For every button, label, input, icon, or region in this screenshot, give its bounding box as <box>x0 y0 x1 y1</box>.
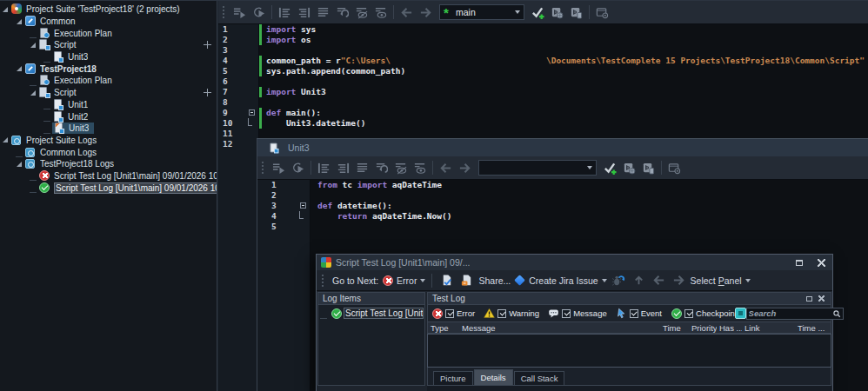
column-message[interactable]: Message <box>459 323 660 333</box>
code-line[interactable]: import Unit3 <box>259 87 868 97</box>
comment-lines-button[interactable] <box>372 159 391 176</box>
show-region-button[interactable] <box>371 3 390 21</box>
go-to-next-error-button[interactable]: Error <box>397 275 417 286</box>
mobile-browser-button[interactable] <box>639 159 658 176</box>
code-line[interactable] <box>259 97 868 108</box>
code-line[interactable]: return aqDateTime.Now() <box>310 211 868 222</box>
code-line[interactable] <box>259 45 868 56</box>
navigate-back-button[interactable] <box>397 3 416 21</box>
fold-collapse-icon[interactable] <box>249 109 255 116</box>
column-priority[interactable]: Priority <box>689 323 717 333</box>
go-up-button[interactable] <box>631 272 647 289</box>
expander-icon[interactable] <box>16 17 24 26</box>
close-button[interactable] <box>813 256 829 268</box>
add-check-button[interactable] <box>601 159 619 176</box>
search-input[interactable] <box>749 308 832 318</box>
checkpoint-checkbox[interactable] <box>684 309 693 318</box>
toolbar-grip[interactable] <box>223 6 226 18</box>
filter-event[interactable]: Event <box>616 308 662 319</box>
format-code-button[interactable] <box>353 159 371 176</box>
web-browser-button[interactable] <box>620 159 638 176</box>
indent-button[interactable] <box>334 159 352 176</box>
tree-item-execution-plan-2[interactable]: Execution Plan <box>0 75 217 87</box>
expander-icon[interactable] <box>30 89 38 97</box>
tree-item-testproject18[interactable]: TestProject18 <box>0 63 217 75</box>
code-line[interactable] <box>259 76 868 87</box>
tree-item-project-suite[interactable]: Project Suite 'TestProject18' (2 project… <box>0 3 217 16</box>
column-has[interactable]: Has ... <box>717 323 742 333</box>
tab-details[interactable]: Details <box>474 369 513 385</box>
expander-icon[interactable] <box>16 64 24 73</box>
chevron-down-icon[interactable] <box>602 279 607 282</box>
tree-item-unit3-selected[interactable]: Unit3 <box>0 123 217 135</box>
run-target-dropdown-empty[interactable] <box>478 160 597 176</box>
tree-item-unit2[interactable]: Unit2 <box>0 110 217 123</box>
code-line[interactable]: def main(): <box>259 108 868 118</box>
navigate-forward-button[interactable] <box>417 3 435 21</box>
run-current-routine-button[interactable] <box>250 3 268 21</box>
tree-item-unit3-common[interactable]: Unit3 <box>0 51 217 63</box>
column-link[interactable]: Link <box>742 323 795 333</box>
run-current-routine-button[interactable] <box>289 159 307 176</box>
share-results-button[interactable] <box>458 272 475 289</box>
toolbar-grip[interactable] <box>262 162 265 174</box>
tab-call-stack[interactable]: Call Stack <box>514 371 565 385</box>
filter-warning[interactable]: Warning <box>484 308 539 319</box>
code-line[interactable]: import os <box>259 35 868 45</box>
tree-item-script-2[interactable]: Script <box>0 87 217 99</box>
code-line[interactable]: from tc import aqDateTime <box>310 180 868 190</box>
unit3-title-bar[interactable]: Unit3 <box>257 139 868 156</box>
code-line[interactable]: sys.path.append(common_path) <box>259 66 868 76</box>
code-line[interactable]: import sys <box>259 24 868 35</box>
indent-button[interactable] <box>295 3 313 21</box>
code-line[interactable]: def datetime(): <box>310 201 868 211</box>
log-item-row[interactable]: Script Test Log [Unit1\main] <box>320 308 424 319</box>
tree-item-unit1[interactable]: Unit1 <box>0 99 217 111</box>
log-table-body[interactable] <box>427 334 831 368</box>
navigate-forward-button[interactable] <box>671 272 687 289</box>
editor-options-button[interactable] <box>665 159 684 176</box>
format-code-button[interactable] <box>314 3 332 21</box>
run-target-dropdown[interactable]: main <box>439 4 524 20</box>
tree-item-testproject18-logs[interactable]: TestProject18 Logs <box>0 158 217 170</box>
panel-close-button[interactable] <box>816 293 826 305</box>
tab-picture[interactable]: Picture <box>433 371 473 385</box>
message-checkbox[interactable] <box>562 309 571 318</box>
expander-icon[interactable] <box>30 41 38 50</box>
navigate-forward-button[interactable] <box>456 159 474 176</box>
export-results-button[interactable] <box>438 272 455 289</box>
tree-item-project-suite-logs[interactable]: Project Suite Logs <box>0 135 217 147</box>
expander-icon[interactable] <box>16 160 24 169</box>
code-line[interactable]: common_path = r"C:\Users\\Documents\Test… <box>259 56 868 66</box>
column-type[interactable]: Type <box>428 323 459 333</box>
code-line[interactable] <box>310 190 868 201</box>
chevron-down-icon[interactable] <box>420 279 425 282</box>
navigate-back-button[interactable] <box>651 272 667 289</box>
toolbar-grip[interactable] <box>322 275 325 287</box>
hide-region-button[interactable] <box>391 159 410 176</box>
filter-checkpoint[interactable]: Checkpoint <box>671 308 738 319</box>
show-region-button[interactable] <box>411 159 429 176</box>
error-checkbox[interactable] <box>445 309 454 318</box>
event-checkbox[interactable] <box>630 309 638 318</box>
tree-item-test-log-passed-selected[interactable]: Script Test Log [Unit1\main] 09/01/2026 … <box>0 182 217 194</box>
outdent-button[interactable] <box>276 3 294 21</box>
filter-message[interactable]: Message <box>548 308 607 319</box>
expander-icon[interactable] <box>2 5 10 14</box>
expander-icon[interactable] <box>2 136 10 144</box>
outdent-button[interactable] <box>315 159 333 176</box>
warning-checkbox[interactable] <box>497 309 506 318</box>
run-routine-button[interactable] <box>270 159 288 176</box>
chevron-down-icon[interactable] <box>745 279 751 282</box>
mobile-browser-button[interactable] <box>567 3 585 21</box>
tree-item-execution-plan[interactable]: Execution Plan <box>0 27 217 39</box>
web-browser-button[interactable] <box>548 3 566 21</box>
column-time[interactable]: Time <box>660 323 689 333</box>
code-line[interactable] <box>310 222 868 232</box>
picture-filter-icon[interactable] <box>735 308 746 319</box>
panel-maximize-button[interactable] <box>804 293 814 305</box>
log-search-box[interactable] <box>746 308 844 320</box>
maximize-button[interactable] <box>791 256 807 268</box>
fold-collapse-icon[interactable] <box>300 202 306 209</box>
select-panel-button[interactable]: Select Panel <box>691 275 742 286</box>
